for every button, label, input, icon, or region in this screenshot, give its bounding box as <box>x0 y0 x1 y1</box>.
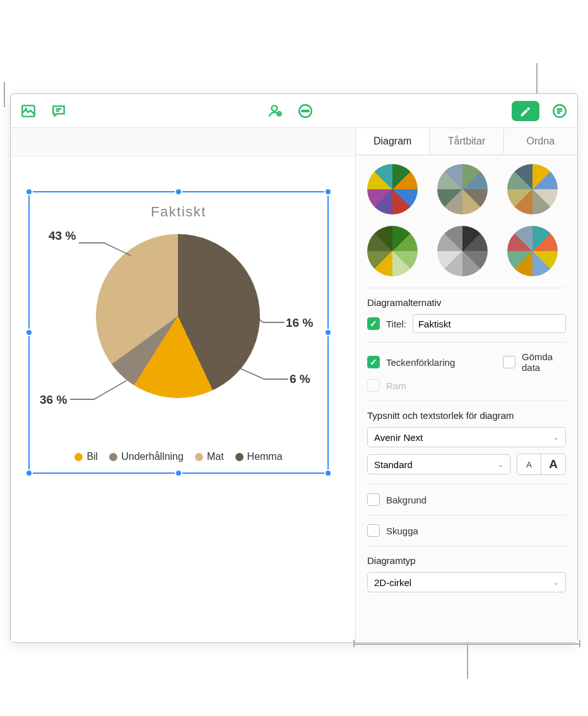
resize-handle[interactable] <box>324 188 332 196</box>
title-input[interactable] <box>413 314 566 333</box>
leader-line <box>233 365 292 384</box>
leader-line <box>79 238 136 257</box>
checkbox-background[interactable] <box>367 493 380 506</box>
legend-item: Underhållning <box>109 451 184 462</box>
chart-style-swatch[interactable] <box>437 226 488 276</box>
resize-handle[interactable] <box>175 469 182 477</box>
resize-handle[interactable] <box>324 329 332 336</box>
legend-item: Hemma <box>235 451 283 462</box>
chart-legend[interactable]: Bil Underhållning Mat Hemma <box>30 451 327 462</box>
sidebar-tabs: Diagram Tårtbitar Ordna <box>356 128 577 155</box>
checkbox-hidden-data[interactable] <box>503 356 515 368</box>
leader-line <box>244 307 288 326</box>
format-sidebar: Diagram Tårtbitar Ordna Diagramalternati… <box>355 128 577 642</box>
svg-point-5 <box>302 110 303 112</box>
slice-label: 6 % <box>290 372 310 386</box>
chart-style-swatch[interactable] <box>367 226 418 276</box>
toolbar <box>11 94 577 128</box>
checkbox-label: Teckenförklaring <box>386 357 455 368</box>
section-header: Diagramalternativ <box>367 297 566 308</box>
resize-handle[interactable] <box>324 469 332 477</box>
canvas[interactable]: Faktiskt 43 % 16 % 6 % 36 % Bil Underhål… <box>11 128 355 642</box>
svg-point-2 <box>272 105 278 111</box>
leader-line <box>70 380 129 403</box>
svg-point-6 <box>305 110 307 112</box>
checkbox-title[interactable] <box>367 317 380 330</box>
checkbox-label: Ram <box>386 380 406 391</box>
resize-handle[interactable] <box>25 329 33 336</box>
section-header: Typsnitt och textstorlek för diagram <box>367 410 566 421</box>
document-icon[interactable] <box>550 101 570 121</box>
slice-label: 16 % <box>286 316 313 330</box>
legend-item: Mat <box>195 451 224 462</box>
chart-style-swatch[interactable] <box>437 164 488 214</box>
svg-point-1 <box>25 107 27 109</box>
decrease-font-button[interactable]: A <box>517 454 541 474</box>
checkbox-shadow[interactable] <box>367 524 380 537</box>
font-style-select[interactable]: Standard⌄ <box>367 454 510 474</box>
font-family-select[interactable]: Avenir Next⌄ <box>367 427 566 447</box>
app-window: Faktiskt 43 % 16 % 6 % 36 % Bil Underhål… <box>10 93 578 643</box>
checkbox-legend[interactable] <box>367 356 380 368</box>
more-icon[interactable] <box>295 101 315 121</box>
chart-type-select[interactable]: 2D-cirkel⌄ <box>367 572 566 592</box>
chart-style-grid <box>367 164 566 276</box>
collaborate-icon[interactable] <box>265 101 285 121</box>
checkbox-label: Gömda data <box>522 351 566 373</box>
checkbox-frame <box>367 379 380 392</box>
checkbox-label: Skugga <box>386 525 418 536</box>
resize-handle[interactable] <box>25 188 33 196</box>
section-header: Diagramtyp <box>367 555 566 566</box>
slice-label: 36 % <box>40 393 67 407</box>
checkbox-label: Bakgrund <box>386 495 426 505</box>
format-icon[interactable] <box>512 101 539 121</box>
legend-item: Bil <box>74 451 98 462</box>
slice-label: 43 % <box>49 229 76 243</box>
tab-wedges[interactable]: Tårtbitar <box>430 128 503 155</box>
resize-handle[interactable] <box>25 469 33 477</box>
svg-point-7 <box>307 110 309 112</box>
font-size-stepper: A A <box>517 454 566 475</box>
chart-style-swatch[interactable] <box>367 164 418 214</box>
media-icon[interactable] <box>18 101 38 121</box>
chart-style-swatch[interactable] <box>507 164 558 214</box>
tab-arrange[interactable]: Ordna <box>504 128 577 155</box>
callout-bracket <box>353 643 580 679</box>
chart-title[interactable]: Faktiskt <box>151 204 206 220</box>
chart-style-swatch[interactable] <box>507 226 558 276</box>
increase-font-button[interactable]: A <box>541 454 565 474</box>
resize-handle[interactable] <box>175 188 182 196</box>
comment-icon[interactable] <box>49 101 69 121</box>
checkbox-label: Titel: <box>386 319 406 329</box>
chart-selection[interactable]: Faktiskt 43 % 16 % 6 % 36 % Bil Underhål… <box>28 191 329 474</box>
tab-diagram[interactable]: Diagram <box>356 128 430 155</box>
